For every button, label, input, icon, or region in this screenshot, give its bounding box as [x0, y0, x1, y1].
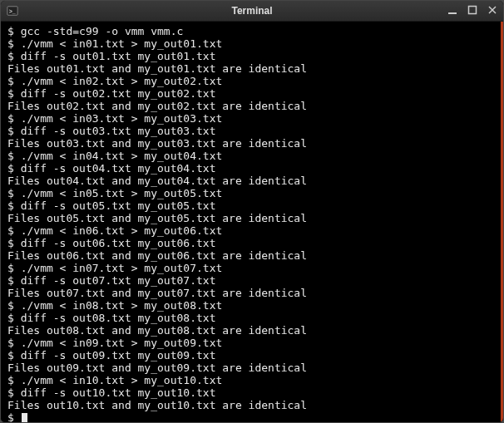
- terminal-line: Files out09.txt and my_out09.txt are ide…: [7, 362, 496, 374]
- terminal-line: Files out08.txt and my_out08.txt are ide…: [7, 324, 496, 337]
- terminal-line: $ diff -s out02.txt my_out02.txt: [7, 87, 496, 100]
- maximize-button[interactable]: [465, 3, 480, 17]
- titlebar[interactable]: >_ Terminal: [1, 1, 503, 22]
- terminal-line: Files out02.txt and my_out02.txt are ide…: [7, 100, 496, 112]
- close-button[interactable]: [485, 3, 500, 17]
- terminal-line: $ ./vmm < in08.txt > my_out08.txt: [7, 299, 496, 312]
- terminal-line: $ ./vmm < in10.txt > my_out10.txt: [7, 374, 496, 386]
- terminal-line: Files out05.txt and my_out05.txt are ide…: [7, 212, 496, 224]
- terminal-prompt-line[interactable]: $: [7, 411, 496, 422]
- window-controls: [445, 3, 500, 17]
- terminal-line: Files out06.txt and my_out06.txt are ide…: [7, 249, 496, 262]
- terminal-line: Files out04.txt and my_out04.txt are ide…: [7, 175, 496, 187]
- prompt: $: [7, 411, 21, 422]
- minimize-button[interactable]: [445, 3, 460, 17]
- window-title: Terminal: [231, 5, 272, 17]
- svg-rect-3: [469, 7, 477, 14]
- terminal-line: $ diff -s out04.txt my_out04.txt: [7, 162, 496, 175]
- terminal-line: $ diff -s out03.txt my_out03.txt: [7, 125, 496, 137]
- terminal-line: $ ./vmm < in04.txt > my_out04.txt: [7, 150, 496, 162]
- terminal-line: $ diff -s out06.txt my_out06.txt: [7, 237, 496, 249]
- terminal-line: $ ./vmm < in02.txt > my_out02.txt: [7, 75, 496, 87]
- terminal-line: $ diff -s out07.txt my_out07.txt: [7, 274, 496, 287]
- terminal-line: Files out01.txt and my_out01.txt are ide…: [7, 62, 496, 75]
- terminal-line: $ ./vmm < in03.txt > my_out03.txt: [7, 112, 496, 125]
- terminal-window: >_ Terminal $ gcc -std=c99 -o vmm vmm.c$…: [0, 0, 504, 423]
- terminal-line: Files out03.txt and my_out03.txt are ide…: [7, 137, 496, 150]
- terminal-line: $ ./vmm < in05.txt > my_out05.txt: [7, 187, 496, 199]
- terminal-line: $ ./vmm < in07.txt > my_out07.txt: [7, 262, 496, 274]
- terminal-line: Files out10.txt and my_out10.txt are ide…: [7, 399, 496, 411]
- svg-rect-2: [448, 12, 457, 14]
- terminal-line: $ diff -s out08.txt my_out08.txt: [7, 312, 496, 324]
- terminal-line: $ diff -s out10.txt my_out10.txt: [7, 386, 496, 399]
- terminal-line: Files out07.txt and my_out07.txt are ide…: [7, 287, 496, 299]
- terminal-output[interactable]: $ gcc -std=c99 -o vmm vmm.c$ ./vmm < in0…: [1, 22, 503, 422]
- terminal-icon: >_: [6, 4, 19, 17]
- terminal-line: $ ./vmm < in01.txt > my_out01.txt: [7, 37, 496, 50]
- terminal-line: $ ./vmm < in09.txt > my_out09.txt: [7, 337, 496, 349]
- svg-text:>_: >_: [9, 8, 16, 14]
- terminal-line: $ ./vmm < in06.txt > my_out06.txt: [7, 224, 496, 237]
- terminal-line: $ diff -s out01.txt my_out01.txt: [7, 50, 496, 62]
- terminal-line: $ diff -s out09.txt my_out09.txt: [7, 349, 496, 362]
- cursor: [22, 413, 27, 422]
- terminal-line: $ gcc -std=c99 -o vmm vmm.c: [7, 25, 496, 37]
- terminal-line: $ diff -s out05.txt my_out05.txt: [7, 199, 496, 212]
